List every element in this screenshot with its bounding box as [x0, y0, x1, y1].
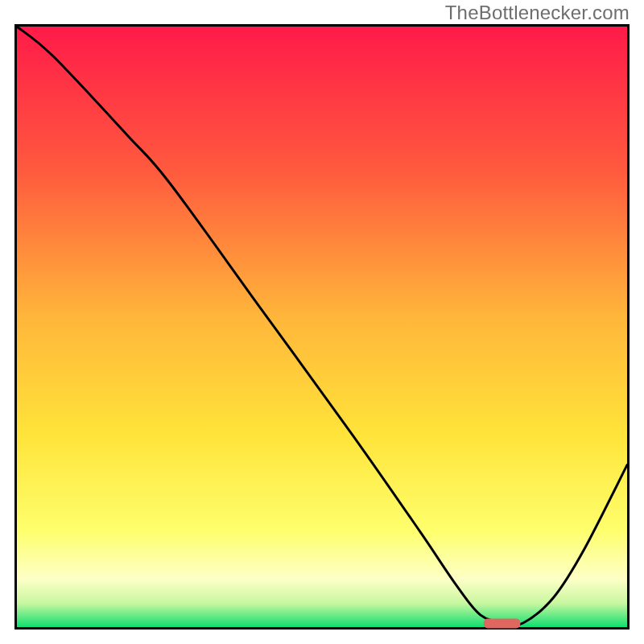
chart-container: TheBottlenecker.com — [0, 0, 644, 644]
attribution-label: TheBottlenecker.com — [445, 2, 630, 24]
gradient-background — [17, 27, 627, 627]
optimal-marker — [484, 619, 520, 629]
plot-svg — [14, 24, 630, 630]
